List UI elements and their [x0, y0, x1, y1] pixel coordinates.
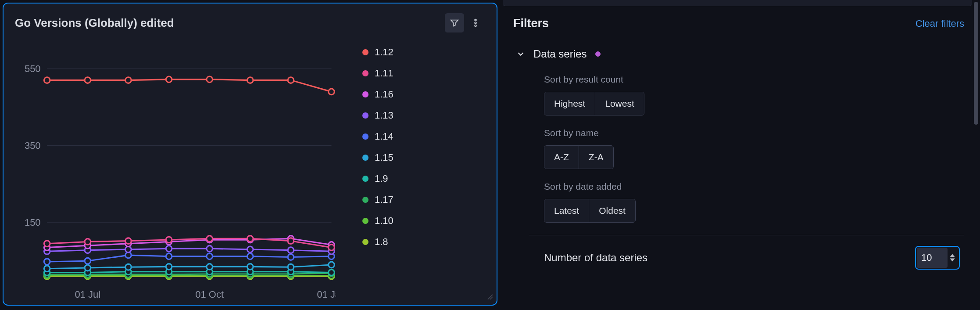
section-divider	[529, 235, 964, 235]
svg-point-91	[329, 89, 335, 95]
chart-toolbar	[445, 13, 485, 32]
filter-icon-button[interactable]	[445, 13, 464, 32]
legend-item[interactable]: 1.9	[362, 173, 485, 184]
svg-point-47	[166, 264, 172, 270]
legend-item[interactable]: 1.15	[362, 152, 485, 163]
sort-lowest-button[interactable]: Lowest	[595, 92, 644, 115]
legend-label: 1.15	[375, 152, 393, 163]
svg-point-63	[166, 245, 172, 252]
svg-text:350: 350	[25, 140, 41, 151]
legend-dot-icon	[362, 197, 368, 203]
chart-body: 15035055001 Jul01 Oct01 Jan 1.121.111.16…	[15, 45, 485, 303]
svg-point-45	[85, 265, 91, 271]
sort-za-button[interactable]: Z-A	[579, 146, 613, 169]
sort-result-group: Sort by result count Highest Lowest	[544, 74, 964, 115]
sort-date-group: Sort by date added Latest Oldest	[544, 181, 964, 223]
svg-point-88	[207, 76, 213, 83]
svg-point-87	[166, 76, 172, 83]
legend-item[interactable]: 1.12	[362, 47, 485, 58]
scrollbar[interactable]	[974, 1, 978, 308]
svg-point-65	[247, 246, 254, 252]
svg-point-57	[247, 253, 254, 260]
sort-result-label: Sort by result count	[544, 74, 964, 85]
svg-point-81	[247, 236, 254, 242]
filters-header: Filters Clear filters	[513, 17, 964, 30]
svg-text:01 Oct: 01 Oct	[195, 289, 224, 300]
clear-filters-link[interactable]: Clear filters	[916, 18, 964, 29]
legend-item[interactable]: 1.17	[362, 194, 485, 205]
sort-name-buttons: A-Z Z-A	[544, 145, 614, 169]
svg-point-58	[288, 254, 294, 260]
legend-label: 1.16	[375, 89, 393, 100]
svg-point-43	[329, 270, 335, 276]
sort-date-buttons: Latest Oldest	[544, 199, 636, 223]
legend-item[interactable]: 1.11	[362, 68, 485, 79]
legend-dot-icon	[362, 218, 368, 224]
resize-handle-icon[interactable]	[486, 293, 493, 301]
legend-item[interactable]: 1.8	[362, 236, 485, 248]
num-series-stepper[interactable]	[948, 253, 958, 262]
num-series-input[interactable]	[917, 248, 948, 268]
data-series-label: Data series	[533, 48, 587, 60]
legend-item[interactable]: 1.13	[362, 110, 485, 121]
legend-dot-icon	[362, 49, 368, 55]
legend-dot-icon	[362, 239, 368, 245]
sort-name-group: Sort by name A-Z Z-A	[544, 128, 964, 169]
svg-point-53	[85, 258, 91, 264]
legend-dot-icon	[362, 155, 368, 161]
active-filter-indicator-icon	[595, 51, 601, 57]
kebab-icon	[471, 18, 480, 28]
svg-point-49	[247, 264, 254, 270]
sort-name-label: Sort by name	[544, 128, 964, 138]
svg-text:01 Jan: 01 Jan	[317, 289, 336, 300]
svg-text:550: 550	[25, 63, 41, 74]
svg-point-82	[288, 238, 294, 244]
stepper-up-icon	[949, 253, 955, 258]
legend-dot-icon	[362, 70, 368, 76]
filters-title: Filters	[513, 17, 549, 30]
svg-point-89	[247, 77, 254, 83]
svg-point-56	[207, 253, 213, 260]
chart-svg: 15035055001 Jul01 Oct01 Jan	[15, 45, 336, 303]
data-series-toggle[interactable]: Data series	[516, 48, 964, 60]
legend-label: 1.9	[375, 173, 388, 184]
svg-point-48	[207, 264, 213, 270]
svg-point-77	[85, 239, 91, 245]
chart-panel: Go Versions (Globally) edited 1503505500…	[3, 3, 497, 306]
svg-point-1	[475, 22, 476, 24]
svg-point-44	[44, 266, 50, 272]
svg-point-51	[329, 262, 335, 268]
funnel-icon	[450, 18, 459, 28]
sort-az-button[interactable]: A-Z	[544, 146, 579, 169]
legend-dot-icon	[362, 133, 368, 140]
legend-label: 1.17	[375, 194, 393, 205]
legend-label: 1.12	[375, 47, 393, 58]
legend-item[interactable]: 1.14	[362, 131, 485, 142]
legend-label: 1.14	[375, 131, 393, 142]
sort-result-buttons: Highest Lowest	[544, 92, 644, 115]
num-series-input-wrap	[915, 246, 960, 270]
svg-point-80	[207, 236, 213, 242]
svg-point-85	[85, 77, 91, 83]
legend-label: 1.13	[375, 110, 393, 121]
sort-date-label: Sort by date added	[544, 181, 964, 192]
legend-item[interactable]: 1.10	[362, 215, 485, 227]
scrollbar-thumb[interactable]	[974, 2, 978, 125]
svg-point-64	[207, 245, 213, 252]
legend-label: 1.11	[375, 68, 393, 79]
sort-oldest-button[interactable]: Oldest	[589, 199, 635, 222]
stepper-down-icon	[949, 258, 955, 262]
sort-highest-button[interactable]: Highest	[544, 92, 595, 115]
svg-point-66	[288, 247, 294, 253]
more-menu-button[interactable]	[466, 13, 485, 32]
svg-point-52	[44, 259, 50, 265]
legend-item[interactable]: 1.16	[362, 89, 485, 100]
legend-label: 1.8	[375, 236, 388, 248]
svg-point-84	[44, 77, 50, 83]
plot-area: 15035055001 Jul01 Oct01 Jan	[15, 45, 336, 303]
sort-latest-button[interactable]: Latest	[544, 199, 589, 222]
legend-label: 1.10	[375, 215, 393, 227]
svg-point-78	[125, 238, 132, 244]
svg-point-0	[475, 19, 476, 21]
chevron-down-icon	[516, 49, 526, 59]
